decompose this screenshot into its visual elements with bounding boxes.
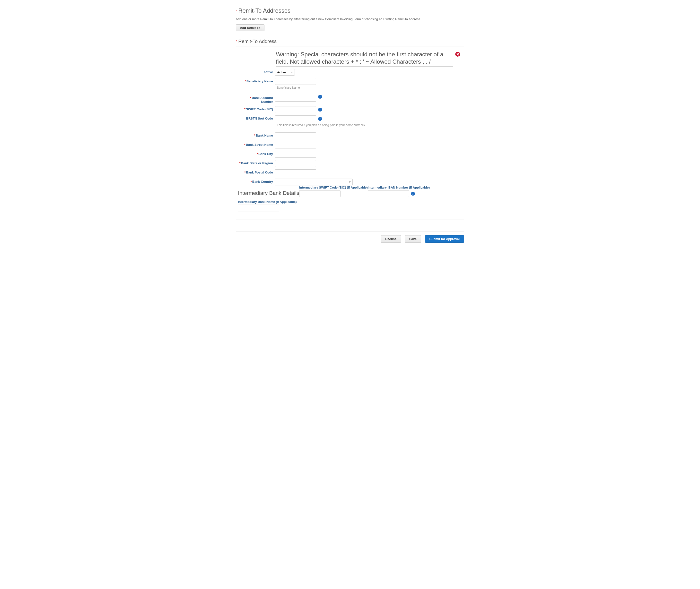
intermediary-title: Intermediary Bank Details (238, 190, 299, 197)
decline-label: Decline (385, 237, 396, 241)
intermediary-iban-label: Intermediary IBAN Number (If Applicable) (368, 186, 430, 189)
active-select[interactable]: Active (275, 69, 295, 75)
info-icon[interactable]: i (318, 108, 322, 112)
swift-code-label: SWIFT Code (BIC) (246, 108, 273, 111)
bank-country-select[interactable] (275, 179, 353, 185)
bank-account-number-input[interactable] (275, 95, 316, 102)
bank-account-number-label: Bank Account Number (252, 96, 273, 104)
bank-postal-input[interactable] (275, 169, 316, 176)
bank-city-label: Bank City (258, 152, 273, 156)
bank-city-input[interactable] (275, 151, 316, 158)
beneficiary-name-input[interactable] (275, 78, 316, 85)
save-button[interactable]: Save (405, 235, 421, 243)
required-dot-icon: * (236, 9, 237, 12)
section-help-text: Add one or more Remit-To Addresses by ei… (236, 17, 464, 21)
subsection-title-text: Remit-To Address (238, 39, 277, 44)
section-title-text: Remit-To Addresses (238, 7, 291, 14)
beneficiary-name-hint: Beneficiary Name (277, 86, 462, 89)
remit-to-panel: Warning: Special characters should not b… (236, 46, 464, 219)
info-icon[interactable]: i (318, 117, 322, 121)
submit-label: Submit for Approval (429, 237, 460, 241)
bank-street-input[interactable] (275, 142, 316, 149)
add-remit-to-button[interactable]: Add Remit-To (236, 24, 265, 31)
add-remit-to-label: Add Remit-To (240, 26, 260, 30)
bank-name-label: Bank Name (256, 134, 273, 137)
decline-button[interactable]: Decline (381, 235, 401, 243)
intermediary-iban-input[interactable] (368, 190, 409, 197)
submit-button[interactable]: Submit for Approval (425, 235, 464, 243)
bank-country-label: Bank Country (252, 180, 273, 183)
subsection-title: *Remit-To Address (236, 39, 464, 44)
info-icon[interactable]: i (411, 192, 415, 196)
section-title: * Remit-To Addresses (236, 7, 464, 15)
intermediary-bank-name-input[interactable] (238, 205, 279, 211)
close-icon[interactable] (455, 52, 460, 57)
intermediary-swift-input[interactable] (299, 190, 341, 197)
required-star-icon: * (236, 40, 237, 44)
brstn-label: BRSTN Sort Code (246, 117, 273, 120)
warning-text: Warning: Special characters should not b… (276, 51, 453, 66)
bank-name-input[interactable] (275, 133, 316, 139)
bank-state-label: Bank State or Region (241, 161, 273, 165)
brstn-input[interactable] (275, 116, 316, 122)
brstn-hint: This field is required if you plan on be… (277, 124, 462, 127)
info-icon[interactable]: i (318, 95, 322, 99)
swift-code-input[interactable] (275, 106, 316, 113)
intermediary-swift-label: Intermediary SWIFT Code (BIC) (If Applic… (299, 186, 368, 189)
bank-street-label: Bank Street Name (246, 143, 273, 147)
save-label: Save (409, 237, 416, 241)
intermediary-bank-name-label: Intermediary Bank Name (If Applicable) (238, 200, 462, 204)
footer: Decline Save Submit for Approval (236, 232, 464, 243)
beneficiary-name-label: Beneficiary Name (246, 79, 273, 83)
active-label: Active (238, 70, 275, 74)
bank-state-input[interactable] (275, 160, 316, 167)
bank-postal-label: Bank Postal Code (246, 171, 273, 174)
